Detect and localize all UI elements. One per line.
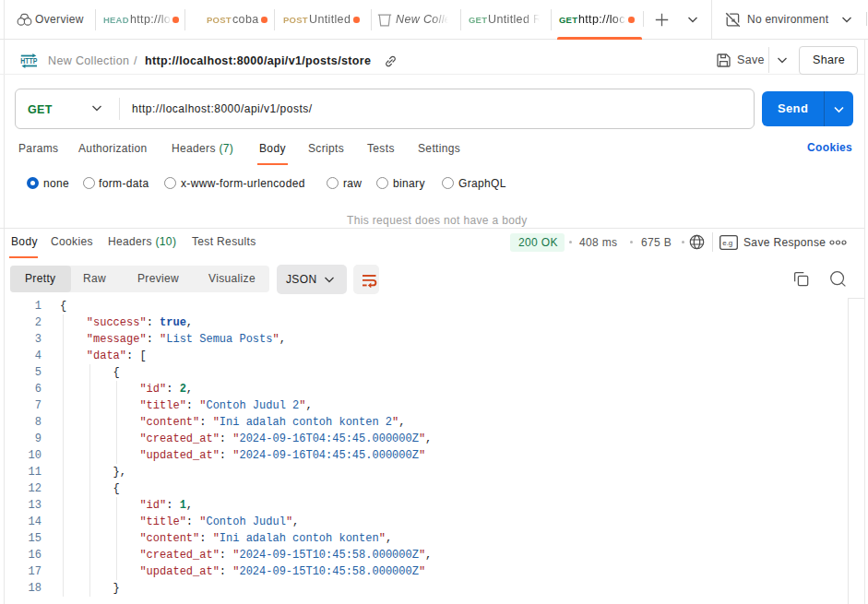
svg-text:HTTP: HTTP bbox=[20, 56, 37, 65]
svg-text:e.g: e.g bbox=[722, 239, 732, 247]
